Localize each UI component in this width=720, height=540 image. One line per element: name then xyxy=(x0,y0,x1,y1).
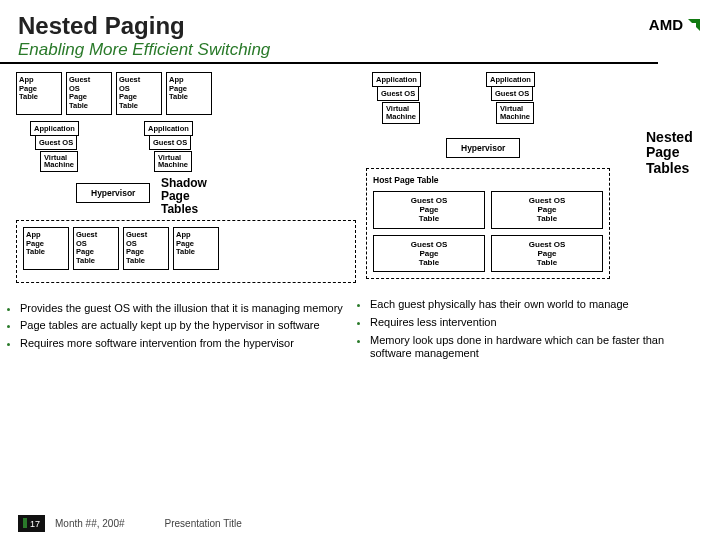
left-column: App Page Table Guest OS Page Table Guest… xyxy=(16,72,356,372)
host-page-table-label: Host Page Table xyxy=(373,175,603,185)
slide-footer: 17 Month ##, 200# Presentation Title xyxy=(18,515,242,532)
app-page-table-box: App Page Table xyxy=(173,227,219,270)
host-page-table-container: Host Page Table Guest OS Page Table Gues… xyxy=(366,168,610,279)
hypervisor-row: Hypervisor Shadow Page Tables xyxy=(16,177,356,217)
virtual-machine-box: Virtual Machine xyxy=(496,102,534,124)
left-bullet-list: Provides the guest OS with the illusion … xyxy=(16,294,356,351)
hypervisor-box: Hypervisor xyxy=(446,138,520,158)
guest-os-page-table-box: Guest OS Page Table xyxy=(491,191,603,229)
app-page-table-box: App Page Table xyxy=(166,72,212,115)
virtual-machine-box: Virtual Machine xyxy=(154,151,192,173)
guest-os-page-table-box: Guest OS Page Table xyxy=(491,235,603,273)
vm-stack: Application Guest OS Virtual Machine xyxy=(372,72,426,128)
virtual-machine-box: Virtual Machine xyxy=(40,151,78,173)
hypervisor-box: Hypervisor xyxy=(76,183,150,203)
logo-text: AMD xyxy=(649,16,683,33)
vm-stack: Application Guest OS Virtual Machine xyxy=(144,121,198,177)
guest-os-page-table-box: Guest OS Page Table xyxy=(73,227,119,270)
guest-os-box: Guest OS xyxy=(35,135,77,150)
right-column: Application Guest OS Virtual Machine App… xyxy=(366,72,696,372)
guest-os-box: Guest OS xyxy=(491,86,533,101)
list-item: Page tables are actually kept up by the … xyxy=(20,319,352,333)
footer-title: Presentation Title xyxy=(165,518,242,529)
footer-date: Month ##, 200# xyxy=(55,518,125,529)
guest-os-page-table-box: Guest OS Page Table xyxy=(66,72,112,115)
guest-os-box: Guest OS xyxy=(377,86,419,101)
left-vm-stacks: Application Guest OS Virtual Machine App… xyxy=(30,121,356,177)
left-top-row: App Page Table Guest OS Page Table Guest… xyxy=(16,72,356,115)
right-vm-stacks: Application Guest OS Virtual Machine App… xyxy=(372,72,696,128)
page-number: 17 xyxy=(18,515,45,532)
slide-subtitle: Enabling More Efficient Switching xyxy=(0,40,658,64)
virtual-machine-box: Virtual Machine xyxy=(382,102,420,124)
guest-os-page-table-box: Guest OS Page Table xyxy=(123,227,169,270)
list-item: Provides the guest OS with the illusion … xyxy=(20,302,352,316)
guest-os-page-table-box: Guest OS Page Table xyxy=(116,72,162,115)
app-page-table-box: App Page Table xyxy=(23,227,69,270)
application-box: Application xyxy=(30,121,79,136)
app-page-table-box: App Page Table xyxy=(16,72,62,115)
nested-page-tables-label: Nested Page Tables xyxy=(646,130,706,176)
guest-os-page-table-box: Guest OS Page Table xyxy=(373,235,485,273)
slide-title: Nested Paging xyxy=(0,0,720,40)
guest-os-page-table-box: Guest OS Page Table xyxy=(373,191,485,229)
list-item: Memory look ups done in hardware which c… xyxy=(370,334,692,362)
shadow-page-tables-container: App Page Table Guest OS Page Table Guest… xyxy=(16,220,356,283)
shadow-page-tables-label: Shadow Page Tables xyxy=(161,177,207,217)
list-item: Requires more software intervention from… xyxy=(20,337,352,351)
guest-os-box: Guest OS xyxy=(149,135,191,150)
vm-stack: Application Guest OS Virtual Machine xyxy=(30,121,84,177)
amd-arrow-icon xyxy=(686,17,702,33)
application-box: Application xyxy=(144,121,193,136)
right-bullet-list: Each guest physically has their own worl… xyxy=(366,290,696,361)
application-box: Application xyxy=(486,72,535,87)
vm-stack: Application Guest OS Virtual Machine xyxy=(486,72,540,128)
application-box: Application xyxy=(372,72,421,87)
amd-logo: AMD xyxy=(649,16,702,33)
list-item: Requires less intervention xyxy=(370,316,692,330)
list-item: Each guest physically has their own worl… xyxy=(370,298,692,312)
